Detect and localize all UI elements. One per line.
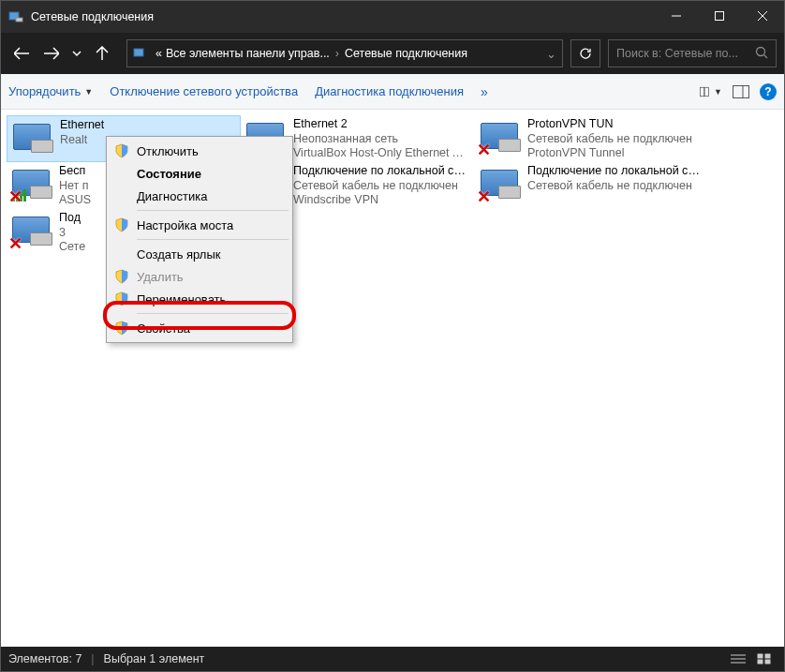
context-menu-separator bbox=[137, 210, 289, 211]
status-separator: | bbox=[91, 652, 94, 665]
network-adapter-icon: ✕ bbox=[10, 164, 53, 203]
connection-status: Нет п bbox=[59, 179, 91, 194]
network-adapter-icon: ✕ bbox=[479, 164, 522, 203]
preview-pane-button[interactable] bbox=[730, 81, 752, 103]
toolbar-overflow[interactable]: » bbox=[481, 84, 488, 99]
context-menu-separator bbox=[137, 239, 289, 240]
network-adapter-icon: ✕ bbox=[10, 211, 53, 250]
context-menu-label: Создать ярлык bbox=[137, 247, 220, 261]
context-menu-separator bbox=[137, 313, 289, 314]
shield-icon bbox=[114, 143, 129, 158]
recent-dropdown[interactable] bbox=[68, 40, 85, 67]
chevron-down-icon: ▼ bbox=[714, 87, 722, 97]
view-details-button[interactable] bbox=[726, 650, 750, 668]
context-menu-item[interactable]: Создать ярлык bbox=[109, 243, 290, 265]
window-title: Сетевые подключения bbox=[31, 10, 154, 23]
connection-device: ProtonVPN Tunnel bbox=[527, 146, 692, 161]
maximize-button[interactable] bbox=[698, 1, 741, 31]
chevron-down-icon: ▼ bbox=[84, 87, 93, 97]
context-menu-item[interactable]: Диагностика bbox=[109, 185, 290, 207]
connection-name: ProtonVPN TUN bbox=[527, 117, 692, 132]
search-placeholder: Поиск в: Сетевые по... bbox=[616, 47, 738, 60]
app-icon bbox=[8, 9, 23, 24]
svg-rect-3 bbox=[716, 12, 724, 21]
context-menu-label: Удалить bbox=[137, 270, 184, 284]
context-menu-label: Переименовать bbox=[137, 292, 226, 306]
search-icon bbox=[755, 46, 768, 62]
window: Сетевые подключения bbox=[0, 0, 785, 672]
svg-point-7 bbox=[757, 47, 765, 55]
titlebar: Сетевые подключения bbox=[1, 1, 784, 33]
connection-status: Сетевой кабель не подключен bbox=[293, 179, 471, 194]
command-bar: Упорядочить ▼ Отключение сетевого устрой… bbox=[1, 74, 784, 110]
context-menu-label: Отключить bbox=[137, 144, 199, 158]
address-icon bbox=[133, 46, 148, 61]
shield-icon bbox=[114, 269, 129, 284]
svg-rect-17 bbox=[765, 654, 770, 658]
minimize-button[interactable] bbox=[655, 1, 698, 31]
network-adapter-icon bbox=[11, 118, 54, 157]
svg-rect-18 bbox=[758, 660, 763, 664]
connection-name: Бесп bbox=[59, 164, 91, 179]
address-root: « bbox=[156, 47, 162, 60]
connection-item[interactable]: ✕ProtonVPN TUNСетевой кабель не подключе… bbox=[475, 115, 709, 162]
view-options-button[interactable]: ▼ bbox=[700, 81, 722, 103]
back-button[interactable] bbox=[8, 40, 35, 67]
breadcrumb-1[interactable]: Все элементы панели управ... bbox=[166, 47, 330, 60]
shield-icon bbox=[114, 217, 129, 232]
shield-icon bbox=[114, 321, 129, 336]
status-bar: Элементов: 7 | Выбран 1 элемент bbox=[1, 647, 784, 671]
connection-item[interactable]: ✕Подключение по локальной сети 2Сетевой … bbox=[475, 162, 709, 209]
close-button[interactable] bbox=[741, 1, 784, 31]
chevron-right-icon: › bbox=[335, 47, 339, 60]
context-menu-item[interactable]: Переименовать bbox=[109, 288, 290, 310]
svg-rect-9 bbox=[700, 87, 704, 96]
status-item-count: Элементов: 7 bbox=[8, 652, 81, 665]
connection-name: Ethernet 2 bbox=[293, 117, 471, 132]
connection-device: ASUS bbox=[59, 193, 91, 208]
svg-rect-10 bbox=[704, 87, 708, 96]
connection-name: Под bbox=[59, 211, 85, 226]
diagnose-button[interactable]: Диагностика подключения bbox=[315, 84, 464, 98]
connection-device: Windscribe VPN bbox=[293, 193, 471, 208]
shield-icon bbox=[114, 291, 129, 306]
svg-rect-1 bbox=[16, 18, 22, 22]
context-menu-label: Диагностика bbox=[137, 189, 207, 203]
connection-status: Сетевой кабель не подключен bbox=[527, 179, 705, 194]
connection-device: VirtualBox Host-Only Ethernet Ad... bbox=[293, 146, 471, 161]
connection-device: Сете bbox=[59, 240, 85, 255]
svg-rect-19 bbox=[765, 660, 770, 664]
navbar: « Все элементы панели управ... › Сетевые… bbox=[1, 33, 784, 74]
address-bar[interactable]: « Все элементы панели управ... › Сетевые… bbox=[126, 39, 563, 67]
refresh-button[interactable] bbox=[570, 39, 600, 67]
context-menu-item: Удалить bbox=[109, 265, 290, 288]
context-menu-label: Свойства bbox=[137, 321, 190, 336]
svg-rect-16 bbox=[758, 654, 763, 658]
up-button[interactable] bbox=[89, 40, 115, 67]
context-menu-label: Настройка моста bbox=[137, 218, 233, 232]
help-button[interactable]: ? bbox=[760, 83, 777, 100]
disable-device-button[interactable]: Отключение сетевого устройства bbox=[110, 84, 298, 98]
connection-name: Подключение по локальной сети bbox=[293, 164, 471, 179]
connection-status: 3 bbox=[59, 226, 85, 241]
context-menu: ОтключитьСостояниеДиагностикаНастройка м… bbox=[106, 136, 293, 343]
content-area: EthernetRealtEthernet 2Неопознанная сеть… bbox=[1, 110, 784, 649]
forward-button[interactable] bbox=[38, 40, 65, 67]
search-input[interactable]: Поиск в: Сетевые по... bbox=[608, 39, 777, 67]
network-adapter-icon: ✕ bbox=[479, 117, 522, 157]
context-menu-item[interactable]: Настройка моста bbox=[109, 214, 290, 236]
connection-device: Realt bbox=[60, 133, 104, 148]
organize-menu[interactable]: Упорядочить ▼ bbox=[8, 84, 93, 98]
breadcrumb-2[interactable]: Сетевые подключения bbox=[345, 47, 467, 60]
context-menu-item[interactable]: Свойства bbox=[109, 317, 290, 339]
context-menu-item[interactable]: Отключить bbox=[109, 140, 290, 162]
connection-status: Сетевой кабель не подключен bbox=[527, 132, 692, 147]
context-menu-item[interactable]: Состояние bbox=[109, 162, 290, 185]
address-dropdown-icon[interactable]: ⌄ bbox=[546, 47, 556, 61]
status-selection: Выбран 1 элемент bbox=[104, 652, 205, 665]
svg-line-8 bbox=[764, 54, 768, 58]
window-buttons bbox=[655, 1, 784, 31]
view-large-icons-button[interactable] bbox=[752, 650, 777, 668]
connection-name: Подключение по локальной сети 2 bbox=[527, 164, 705, 179]
connection-name: Ethernet bbox=[60, 118, 104, 133]
